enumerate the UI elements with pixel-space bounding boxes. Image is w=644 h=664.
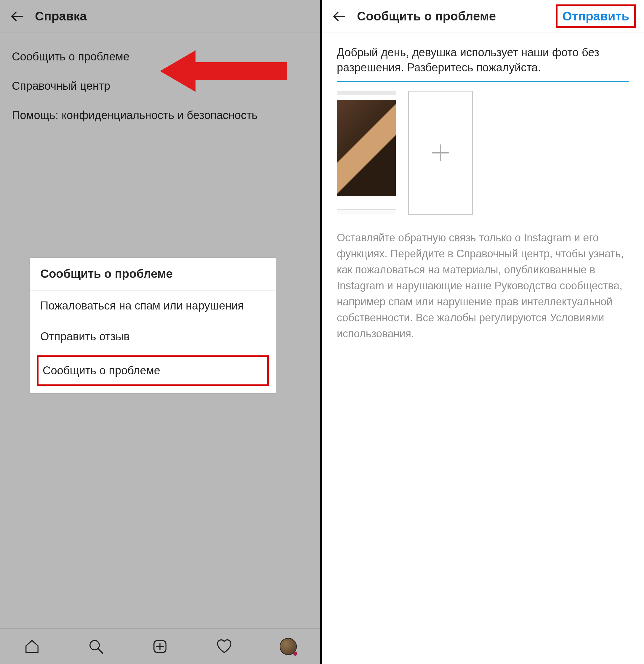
profile-avatar[interactable] xyxy=(279,638,297,656)
svg-marker-1 xyxy=(160,50,287,92)
dialog-item-report-problem[interactable]: Сообщить о проблеме xyxy=(37,355,269,386)
report-form: Добрый день, девушка использует наши фот… xyxy=(322,33,644,354)
add-attachment-button[interactable] xyxy=(408,91,473,215)
svg-point-2 xyxy=(90,641,100,650)
annotation-arrow-icon xyxy=(160,50,287,92)
back-button[interactable] xyxy=(330,7,348,25)
right-header: Сообщить о проблеме Отправить xyxy=(322,0,644,33)
home-icon[interactable] xyxy=(23,638,41,656)
menu-item-privacy-safety[interactable]: Помощь: конфиденциальность и безопасност… xyxy=(0,101,320,130)
svg-line-3 xyxy=(98,649,103,653)
page-title: Справка xyxy=(35,9,312,23)
send-button[interactable]: Отправить xyxy=(556,4,636,28)
dialog-item-feedback[interactable]: Отправить отзыв xyxy=(29,321,276,352)
report-text-input[interactable]: Добрый день, девушка использует наши фот… xyxy=(337,45,629,82)
left-header: Справка xyxy=(0,0,320,33)
report-problem-dialog: Сообщить о проблеме Пожаловаться на спам… xyxy=(29,258,276,393)
helper-text: Оставляйте обратную связь только о Insta… xyxy=(337,230,629,342)
page-title: Сообщить о проблеме xyxy=(357,9,556,23)
back-button[interactable] xyxy=(8,7,26,25)
bottom-nav xyxy=(0,628,320,664)
right-screen: Сообщить о проблеме Отправить Добрый ден… xyxy=(322,0,644,664)
search-icon[interactable] xyxy=(87,638,105,656)
attachment-thumbnail[interactable] xyxy=(337,91,396,215)
attachments-row xyxy=(337,91,629,215)
dialog-item-spam[interactable]: Пожаловаться на спам или нарушения xyxy=(29,291,276,321)
dialog-title: Сообщить о проблеме xyxy=(29,258,276,291)
left-screen: Справка Сообщить о проблеме Справочный ц… xyxy=(0,0,322,664)
add-post-icon[interactable] xyxy=(151,638,169,656)
heart-icon[interactable] xyxy=(215,638,233,656)
